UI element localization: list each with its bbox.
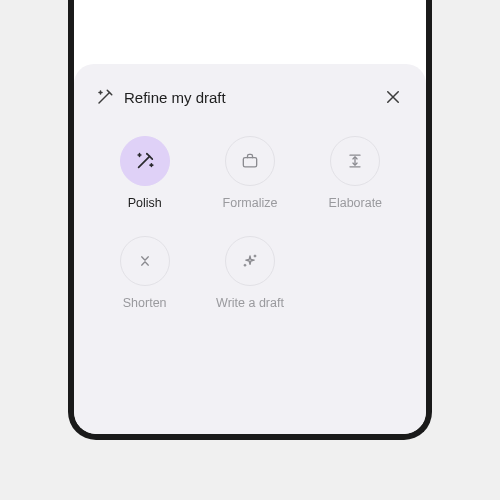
options-grid: Polish Formalize xyxy=(96,136,404,310)
option-label: Write a draft xyxy=(216,296,284,310)
phone-frame: Refine my draft Polish xyxy=(68,0,432,440)
close-button[interactable] xyxy=(382,86,404,108)
option-label: Elaborate xyxy=(329,196,383,210)
expand-vertical-icon xyxy=(330,136,380,186)
svg-rect-0 xyxy=(243,158,256,167)
magic-wand-icon xyxy=(96,88,114,106)
sparkles-icon xyxy=(225,236,275,286)
option-polish[interactable]: Polish xyxy=(96,136,193,210)
sheet-header: Refine my draft xyxy=(96,86,404,108)
refine-sheet: Refine my draft Polish xyxy=(74,64,426,434)
sheet-title: Refine my draft xyxy=(124,89,372,106)
option-write-draft[interactable]: Write a draft xyxy=(201,236,298,310)
magic-wand-icon xyxy=(120,136,170,186)
option-shorten[interactable]: Shorten xyxy=(96,236,193,310)
option-label: Polish xyxy=(128,196,162,210)
option-formalize[interactable]: Formalize xyxy=(201,136,298,210)
option-label: Formalize xyxy=(223,196,278,210)
option-elaborate[interactable]: Elaborate xyxy=(307,136,404,210)
option-label: Shorten xyxy=(123,296,167,310)
briefcase-icon xyxy=(225,136,275,186)
collapse-vertical-icon xyxy=(120,236,170,286)
